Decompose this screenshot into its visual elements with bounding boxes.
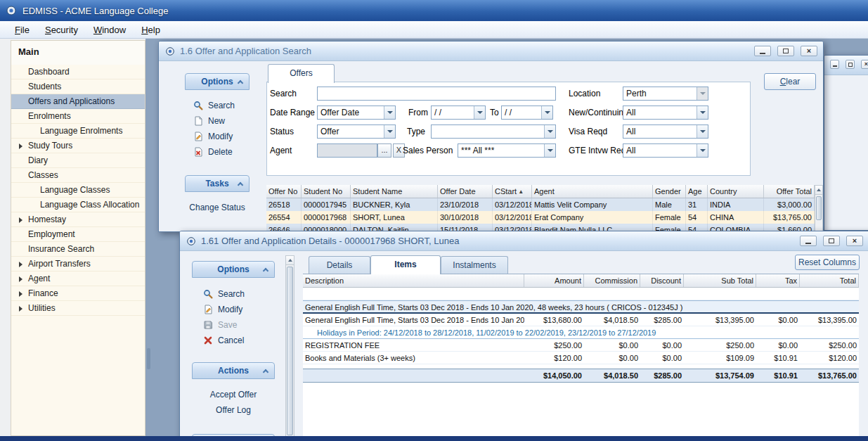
sidebar-item-airport-transfers[interactable]: Airport Transfers	[11, 257, 145, 271]
sidebar-item-students[interactable]: Students	[11, 79, 145, 94]
menu-window[interactable]: Window	[86, 23, 134, 37]
search-window-title-bar[interactable]: 1.6 Offer and Application Search ×	[159, 41, 823, 61]
tab-instalments[interactable]: Instalments	[441, 256, 508, 274]
table-row[interactable]: General English Full Time, Starts 03 Dec…	[303, 314, 859, 326]
cancel-button[interactable]: Cancel	[192, 333, 275, 348]
column-header-country[interactable]: Country	[708, 185, 764, 198]
scroll-up-icon[interactable]	[815, 186, 822, 195]
accept-offer-button[interactable]: Accept Offer	[192, 388, 275, 402]
sidebar-item-employment[interactable]: Employment	[11, 227, 145, 242]
date-range-select[interactable]: Offer Date	[317, 106, 396, 120]
tasks-panel-header[interactable]: Tasks	[185, 175, 250, 192]
tab-offers[interactable]: Offers	[268, 64, 335, 83]
restore-button[interactable]	[777, 46, 794, 56]
scroll-up-icon[interactable]	[286, 256, 294, 265]
sidebar-item-classes[interactable]: Classes	[11, 168, 145, 183]
minimize-button[interactable]	[754, 46, 771, 56]
sidebar-item-offers-and-applications[interactable]: Offers and Applications	[11, 94, 145, 109]
table-row[interactable]: REGISTRATION FEE $250.00 $0.00 $0.00 $25…	[303, 339, 859, 352]
agent-input[interactable]	[317, 143, 377, 158]
app-title-bar[interactable]: EDMISS - ACME Language College	[0, 0, 868, 21]
from-date-input[interactable]: / /	[431, 106, 486, 120]
results-grid-scrollbar[interactable]	[815, 185, 823, 232]
restore-button[interactable]	[846, 60, 855, 69]
offer-log-button[interactable]: Offer Log	[192, 403, 275, 417]
table-row[interactable]: 26518 0000017945 BUCKNER, Kyla 23/10/201…	[266, 198, 815, 211]
new-continuing-select[interactable]: All	[623, 106, 708, 120]
sidebar-item-finance[interactable]: Finance	[11, 286, 145, 301]
close-button[interactable]: ×	[861, 60, 868, 69]
sidebar-splitter[interactable]	[147, 348, 150, 369]
new-button[interactable]: New	[185, 113, 250, 129]
location-select[interactable]: Perth	[623, 87, 708, 101]
column-header-sub-total[interactable]: Sub Total	[684, 274, 756, 287]
sidebar-item-utilities[interactable]: Utilities	[11, 301, 145, 316]
type-select[interactable]	[431, 124, 556, 139]
column-header-description[interactable]: Description	[303, 274, 524, 287]
sidebar-item-dashboard[interactable]: Dashboard	[11, 65, 145, 79]
save-icon	[203, 320, 213, 330]
column-header-commission[interactable]: Commission	[584, 274, 640, 287]
options-panel-header[interactable]: Options	[185, 73, 250, 90]
background-window-title-bar[interactable]: ×	[824, 56, 868, 75]
search-button[interactable]: Search	[192, 286, 275, 302]
column-header-tax[interactable]: Tax	[756, 274, 800, 287]
sidebar-item-homestay[interactable]: Homestay	[11, 212, 145, 227]
dropdown-arrow-icon	[697, 106, 708, 119]
modify-button[interactable]: Modify	[185, 129, 250, 144]
column-header-amount[interactable]: Amount	[524, 274, 584, 287]
sidebar-item-diary[interactable]: Diary	[11, 153, 145, 168]
details-window-title-bar[interactable]: 1.61 Offer and Application Details - 000…	[180, 231, 868, 251]
sidebar-item-study-tours[interactable]: Study Tours	[11, 139, 145, 153]
modify-button[interactable]: Modify	[192, 302, 275, 317]
visa-reqd-select[interactable]: All	[623, 124, 708, 139]
save-button[interactable]: Save	[192, 317, 275, 333]
to-date-input[interactable]: / /	[501, 106, 553, 120]
close-button[interactable]: ×	[801, 46, 817, 56]
tab-details[interactable]: Details	[309, 256, 370, 274]
column-header-offer-total[interactable]: Offer Total	[764, 185, 815, 198]
sort-ascending-icon: ▲	[518, 188, 524, 195]
column-header-offer-no[interactable]: Offer No	[266, 185, 302, 198]
sidebar-item-language-classes[interactable]: Language Classes	[11, 183, 145, 198]
sales-person-select[interactable]: *** All ***	[458, 143, 556, 158]
delete-button[interactable]: Delete	[185, 144, 250, 160]
actions-panel-header[interactable]: Actions	[192, 362, 275, 379]
gte-intvw-reqd-select[interactable]: All	[623, 143, 708, 158]
status-select[interactable]: Offer	[317, 124, 396, 139]
change-status-button[interactable]: Change Status	[185, 200, 250, 215]
search-button[interactable]: Search	[185, 98, 250, 113]
menu-file[interactable]: File	[7, 23, 37, 37]
options-panel-header[interactable]: Options	[192, 261, 275, 278]
search-input[interactable]	[317, 87, 556, 101]
column-header-student-name[interactable]: Student Name	[351, 185, 438, 198]
column-header-total[interactable]: Total	[800, 274, 859, 287]
column-header-age[interactable]: Age	[686, 185, 708, 198]
sidebar-item-agent[interactable]: Agent	[11, 271, 145, 286]
table-row[interactable]: 26554 0000017968 SHORT, Lunea 30/10/2018…	[266, 211, 815, 224]
column-header-student-no[interactable]: Student No	[302, 185, 351, 198]
reset-columns-button[interactable]: Reset Columns	[795, 255, 860, 270]
column-header-offer-date[interactable]: Offer Date	[438, 185, 493, 198]
agent-browse-button[interactable]: ...	[377, 143, 391, 158]
column-header-discount[interactable]: Discount	[640, 274, 684, 287]
minimize-button[interactable]	[830, 60, 839, 69]
group-header-row[interactable]: General English Full Time, Starts 03 Dec…	[303, 300, 859, 314]
column-header-gender[interactable]: Gender	[653, 185, 686, 198]
column-header-agent[interactable]: Agent	[532, 185, 653, 198]
details-scrollbar[interactable]	[285, 255, 294, 441]
menu-security[interactable]: Security	[37, 23, 86, 37]
sidebar-item-enrolments[interactable]: Enrolments	[11, 109, 145, 124]
sidebar-item-language-class-allocation[interactable]: Language Class Allocation	[11, 198, 145, 212]
menu-help[interactable]: Help	[134, 23, 168, 37]
table-row[interactable]: Books and Materials (3+ weeks) $120.00 $…	[303, 352, 859, 364]
close-button[interactable]: ×	[846, 236, 863, 246]
sidebar-item-insurance-search[interactable]: Insurance Search	[11, 242, 145, 257]
sidebar-item-language-enrolments[interactable]: Language Enrolments	[11, 124, 145, 139]
minimize-button[interactable]	[800, 236, 817, 246]
restore-button[interactable]	[823, 236, 840, 246]
column-header-cstart[interactable]: CStart▲	[493, 185, 532, 198]
tab-items[interactable]: Items	[370, 255, 441, 274]
dropdown-arrow-icon	[384, 125, 395, 138]
clear-button[interactable]: Clear	[764, 73, 816, 90]
